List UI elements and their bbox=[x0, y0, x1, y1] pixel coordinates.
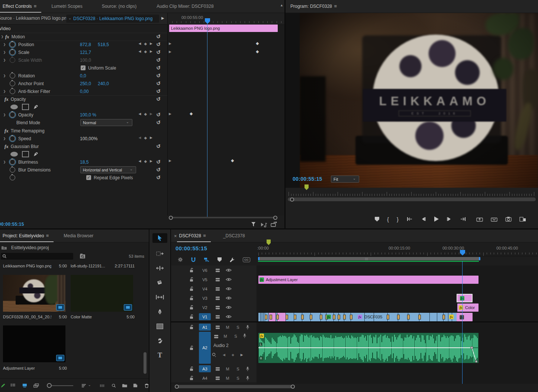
sync-lock-icon[interactable] bbox=[215, 268, 220, 273]
stopwatch-scale-icon[interactable] bbox=[10, 49, 15, 55]
track-target-a3[interactable]: A3 bbox=[199, 365, 211, 372]
snap-magnet-icon[interactable] bbox=[191, 257, 196, 263]
filter-effects-icon[interactable] bbox=[251, 222, 257, 227]
track-header-a2[interactable]: A2 M S Audio 2 ◀ ◆ ▶ bbox=[171, 332, 257, 364]
stopwatch-blurriness-icon[interactable] bbox=[10, 159, 15, 165]
track-visibility-eye-icon[interactable] bbox=[226, 287, 232, 291]
reset-position-icon[interactable]: ↺ bbox=[156, 41, 161, 48]
solo-button[interactable]: S bbox=[235, 324, 241, 330]
lock-icon[interactable] bbox=[190, 305, 194, 310]
mic-record-icon[interactable] bbox=[246, 376, 249, 381]
lock-icon[interactable] bbox=[190, 376, 194, 380]
add-marker-button[interactable] bbox=[375, 217, 379, 222]
track-target-v2[interactable]: V2 bbox=[199, 304, 211, 311]
expand-position-icon[interactable]: ❯ bbox=[2, 43, 7, 46]
sync-lock-icon[interactable] bbox=[215, 376, 220, 380]
item-label-color-matte[interactable]: Color Matte 5:00 bbox=[71, 315, 135, 319]
next-keyframe-icon[interactable]: ▶ bbox=[241, 353, 243, 357]
go-to-out-button[interactable] bbox=[460, 216, 466, 222]
timeline-zoom-scrollbar[interactable]: ||| bbox=[258, 257, 480, 260]
ec-sequence-selector[interactable]: ⌄ DSCF0328 · Leikkaamon PNG logo.png bbox=[66, 15, 159, 23]
anchor-y-value[interactable]: 240,0 bbox=[98, 81, 109, 86]
lock-icon[interactable] bbox=[190, 314, 194, 319]
clip-v1-strip[interactable]: fx DSCF035 fxfx bbox=[258, 313, 457, 321]
stopwatch-antiflicker-icon[interactable] bbox=[10, 89, 15, 94]
find-icon[interactable] bbox=[112, 383, 116, 388]
expand-blurriness-icon[interactable]: ❯ bbox=[2, 160, 7, 164]
thumbnail-zoom-slider[interactable] bbox=[47, 383, 73, 388]
tab-sequence-dsc2378[interactable]: _DSC2378 bbox=[218, 229, 250, 242]
track-header-v6[interactable]: V6 bbox=[171, 266, 257, 275]
timeline-playhead-line[interactable] bbox=[462, 261, 463, 384]
add-marker-icon[interactable] bbox=[218, 257, 222, 262]
track-header-v5[interactable]: V5 bbox=[171, 275, 257, 285]
play-button[interactable] bbox=[434, 216, 439, 222]
lock-icon[interactable] bbox=[190, 286, 194, 291]
anchor-x-value[interactable]: 250,0 bbox=[80, 81, 91, 86]
add-keyframe-icon[interactable]: ◆ bbox=[144, 49, 147, 54]
prev-keyframe-icon[interactable]: ◀ bbox=[138, 159, 141, 163]
tool-hand[interactable] bbox=[152, 336, 167, 346]
reset-antiflicker-icon[interactable]: ↺ bbox=[156, 88, 161, 94]
thumbnail-lofi[interactable] bbox=[71, 275, 133, 312]
track-header-v4[interactable]: V4 bbox=[171, 284, 257, 294]
track-header-a1[interactable]: A1 M S bbox=[171, 322, 257, 332]
chevron-down-icon[interactable]: ⌄ bbox=[88, 383, 91, 387]
comparison-view-button[interactable] bbox=[519, 216, 526, 222]
effect-motion-label[interactable]: Motion bbox=[12, 34, 25, 39]
timeline-timecode[interactable]: 00:00:55:15 bbox=[175, 245, 207, 251]
captions-icon[interactable]: CC bbox=[243, 257, 250, 262]
track-header-v2[interactable]: V2 bbox=[171, 303, 257, 312]
reset-blurriness-icon[interactable]: ↺ bbox=[156, 159, 161, 165]
step-back-button[interactable] bbox=[421, 216, 426, 222]
tool-type[interactable]: T bbox=[152, 350, 167, 360]
sync-lock-icon[interactable] bbox=[215, 277, 220, 282]
mute-button[interactable]: M bbox=[224, 324, 231, 330]
ec-bottom-timecode[interactable]: 00:00:55:15 bbox=[0, 222, 24, 227]
antiflicker-value[interactable]: 0,00 bbox=[80, 89, 88, 94]
reset-anchor-icon[interactable]: ↺ bbox=[156, 80, 161, 87]
tool-track-select-forward[interactable] bbox=[152, 249, 167, 258]
lock-icon[interactable] bbox=[190, 296, 194, 301]
tab-source-monitor[interactable]: Source: (no clips) bbox=[97, 0, 141, 13]
export-frame-icon[interactable] bbox=[271, 222, 277, 227]
reset-scale-icon[interactable]: ↺ bbox=[156, 49, 161, 55]
scale-value[interactable]: 121,7 bbox=[80, 50, 91, 55]
ec-playhead-line[interactable] bbox=[207, 18, 207, 218]
position-x-value[interactable]: 872,8 bbox=[80, 42, 91, 47]
prev-keyframe-icon[interactable]: ◀ bbox=[138, 42, 141, 46]
item-label-adjustment-layer[interactable]: Adjustment Layer 5:00 bbox=[3, 366, 67, 370]
lift-button[interactable] bbox=[476, 216, 483, 222]
ec-lane-ruler[interactable]: 00:00:55:00 ▲ bbox=[168, 13, 284, 25]
lane-expand-icon[interactable]: ▶ bbox=[169, 112, 171, 116]
ellipse-mask-icon[interactable] bbox=[10, 105, 18, 109]
rect-mask-icon[interactable] bbox=[22, 151, 29, 157]
clip-v3-selected[interactable]: fx bbox=[457, 294, 473, 302]
expand-opacity-icon[interactable]: ❯ bbox=[2, 113, 7, 116]
sync-lock-icon[interactable] bbox=[215, 325, 220, 330]
opacity-value[interactable]: 100,0 % bbox=[80, 112, 96, 118]
sort-icon[interactable] bbox=[81, 383, 86, 388]
program-marker[interactable] bbox=[305, 184, 309, 190]
blur-dimensions-dropdown[interactable]: Horizontal and Vertical ⌄ bbox=[80, 166, 136, 173]
timeline-ruler[interactable]: :00:00 00:00:15:00 00:00:30:00 00:00:45:… bbox=[257, 243, 538, 256]
track-target-v6[interactable]: V6 bbox=[199, 267, 211, 274]
new-item-icon[interactable] bbox=[133, 383, 138, 388]
sync-lock-icon[interactable] bbox=[214, 334, 219, 339]
mute-button[interactable]: M bbox=[224, 366, 231, 372]
program-mini-ruler[interactable] bbox=[289, 192, 535, 196]
lock-icon[interactable] bbox=[190, 277, 194, 282]
rect-mask-icon[interactable] bbox=[22, 104, 29, 110]
project-scrollbar[interactable] bbox=[144, 352, 146, 374]
tab-project[interactable]: Project: Esittelyvideo ≡ bbox=[0, 229, 54, 242]
track-target-v1[interactable]: V1 bbox=[199, 313, 211, 320]
timeline-h-scrollbar[interactable] bbox=[176, 385, 294, 388]
search-bin-icon[interactable] bbox=[80, 254, 86, 259]
add-keyframe-icon[interactable]: ◆ bbox=[232, 353, 234, 357]
prev-keyframe-icon[interactable]: ◀ bbox=[138, 112, 141, 116]
lock-icon[interactable] bbox=[190, 268, 194, 273]
track-target-a1[interactable]: A1 bbox=[199, 324, 211, 331]
track-target-v5[interactable]: V5 bbox=[199, 276, 211, 283]
tab-media-browser[interactable]: Media Browser bbox=[59, 229, 98, 242]
keyframe-diamond[interactable]: ◆ bbox=[256, 49, 259, 54]
